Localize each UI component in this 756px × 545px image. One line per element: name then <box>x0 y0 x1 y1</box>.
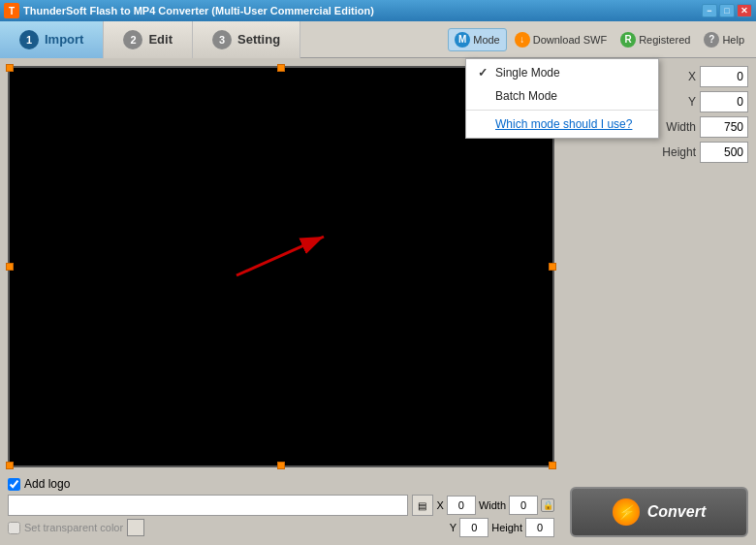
help-icon: ? <box>704 32 719 48</box>
tab-edit-label: Edit <box>148 32 173 47</box>
transparent-label: Set transparent color <box>24 522 123 533</box>
which-mode-item[interactable]: Which mode should I use? <box>466 112 658 136</box>
height-field[interactable] <box>700 142 748 163</box>
logo-height-input[interactable] <box>525 518 554 537</box>
handle-bottom-left[interactable] <box>6 462 14 469</box>
svg-line-1 <box>236 237 324 275</box>
nav-right: M Mode ↓ Download SWF R Registered ? Hel… <box>448 28 756 51</box>
window-title: ThunderSoft Flash to MP4 Converter (Mult… <box>23 5 374 16</box>
convert-label: Convert <box>647 503 706 521</box>
mode-dropdown: Single Mode Batch Mode Which mode should… <box>465 58 659 139</box>
handle-bottom-center[interactable] <box>277 462 285 469</box>
logo-width-input[interactable] <box>509 496 538 515</box>
width-label: Width <box>479 499 506 511</box>
convert-icon: ⚡ <box>613 498 640 526</box>
tab-edit-num: 2 <box>123 30 142 49</box>
tab-setting-num: 3 <box>212 30 232 49</box>
transparent-checkbox[interactable] <box>8 522 20 534</box>
registered-label: Registered <box>639 34 690 46</box>
handle-middle-left[interactable] <box>6 263 14 271</box>
color-swatch[interactable] <box>127 519 144 536</box>
dropdown-separator <box>466 110 658 111</box>
y-label: Y <box>450 522 457 533</box>
handle-top-center[interactable] <box>277 64 285 72</box>
x-field[interactable] <box>700 66 748 87</box>
minimize-button[interactable]: − <box>702 4 717 17</box>
download-label: Download SWF <box>533 34 607 46</box>
tab-setting[interactable]: 3 Setting <box>193 21 300 58</box>
tab-import[interactable]: 1 Import <box>0 21 104 58</box>
logo-y-input[interactable] <box>459 518 488 537</box>
mode-icon: M <box>455 32 470 48</box>
logo-path-input[interactable] <box>8 495 408 516</box>
batch-mode-item[interactable]: Batch Mode <box>466 84 658 108</box>
handle-bottom-right[interactable] <box>549 462 556 469</box>
logo-input-section: ▤ X Width 🔒 <box>8 495 554 516</box>
x-label: X <box>437 499 444 511</box>
title-controls[interactable]: − □ ✕ <box>702 4 752 17</box>
title-bar: T ThunderSoft Flash to MP4 Converter (Mu… <box>0 0 756 21</box>
logo-y-section: Y Height <box>450 518 554 537</box>
tab-import-label: Import <box>45 32 83 47</box>
registered-icon: R <box>620 32 636 48</box>
handle-top-left[interactable] <box>6 64 14 72</box>
close-button[interactable]: ✕ <box>737 4 752 17</box>
batch-mode-label: Batch Mode <box>495 89 557 103</box>
x-field-label: X <box>688 70 696 83</box>
width-field-label: Width <box>666 120 696 134</box>
single-mode-item[interactable]: Single Mode <box>466 61 658 84</box>
tab-import-num: 1 <box>19 30 39 49</box>
add-logo-check[interactable]: Add logo <box>8 477 70 491</box>
y-field-label: Y <box>688 95 696 109</box>
download-icon: ↓ <box>515 32 530 48</box>
height-row: Height <box>570 142 748 163</box>
logo-section: Add logo <box>8 473 554 495</box>
red-arrow <box>227 227 343 285</box>
add-logo-checkbox[interactable] <box>8 478 20 491</box>
help-button[interactable]: ? Help <box>698 29 750 50</box>
tab-setting-label: Setting <box>237 32 280 47</box>
title-bar-left: T ThunderSoft Flash to MP4 Converter (Mu… <box>4 3 374 18</box>
convert-button[interactable]: ⚡ Convert <box>570 487 748 537</box>
add-logo-label: Add logo <box>24 477 70 491</box>
download-swf-button[interactable]: ↓ Download SWF <box>509 29 613 50</box>
browse-button[interactable]: ▤ <box>412 495 433 516</box>
logo-x-input[interactable] <box>447 496 476 515</box>
registered-button[interactable]: R Registered <box>614 29 696 50</box>
which-mode-label: Which mode should I use? <box>495 117 632 131</box>
tab-edit[interactable]: 2 Edit <box>104 21 193 58</box>
height-field-label: Height <box>662 145 696 159</box>
width-field[interactable] <box>700 116 748 138</box>
logo-coords: X Width 🔒 <box>437 496 554 515</box>
help-label: Help <box>722 34 744 46</box>
transparent-section: Set transparent color Y Height <box>8 518 554 537</box>
single-mode-label: Single Mode <box>495 66 560 80</box>
nav-tabs: 1 Import 2 Edit 3 Setting M Mode ↓ Downl… <box>0 21 756 58</box>
maximize-button[interactable]: □ <box>719 4 735 17</box>
browse-icon: ▤ <box>418 500 426 511</box>
height-label: Height <box>491 522 522 533</box>
app-icon: T <box>4 3 19 18</box>
y-field[interactable] <box>700 91 748 112</box>
mode-button[interactable]: M Mode <box>448 28 507 51</box>
handle-middle-right[interactable] <box>549 263 556 271</box>
mode-label: Mode <box>473 34 500 46</box>
lock-icon[interactable]: 🔒 <box>541 498 554 512</box>
